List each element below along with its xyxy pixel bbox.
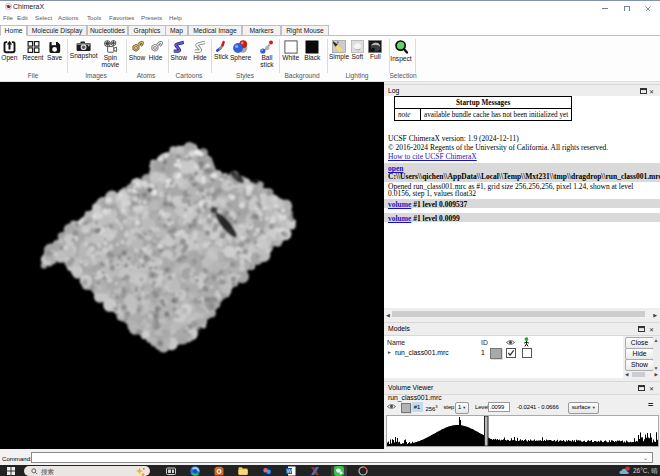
svg-text:W: W <box>286 468 292 474</box>
